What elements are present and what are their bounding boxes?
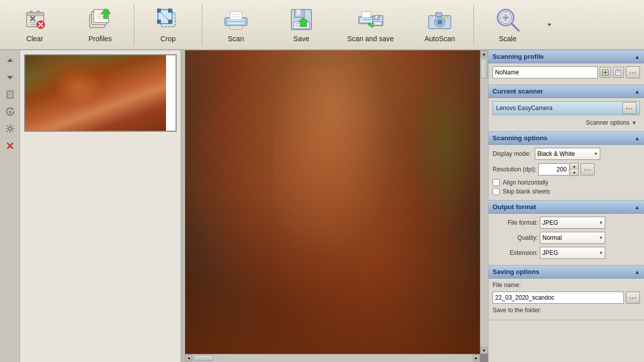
align-horizontally-label[interactable]: Align horizontally	[503, 179, 548, 186]
display-mode-select[interactable]: Black & White Color Grayscale	[535, 148, 600, 160]
scroll-thumb-v[interactable]	[481, 58, 488, 78]
saving-options-section: Saving options ▲ File name: ··· Save to …	[489, 265, 644, 320]
main-preview-image	[185, 50, 480, 354]
file-name-input-row: ···	[493, 292, 640, 304]
extension-label: Extension:	[493, 249, 538, 256]
quality-select[interactable]: Normal High Low Maximum	[540, 232, 605, 244]
align-horizontally-checkbox[interactable]	[493, 179, 500, 186]
resolution-more-button[interactable]: ···	[581, 163, 595, 175]
panel-splitter[interactable]	[181, 50, 185, 362]
scanning-options-title: Scanning options	[493, 134, 547, 142]
scan-icon	[223, 7, 249, 33]
scroll-down-arrow[interactable]: ▼	[480, 347, 488, 354]
preview-area: ▲ ▼ ◄ ►	[185, 50, 488, 362]
saving-options-title: Saving options	[493, 268, 539, 276]
extension-row: Extension: JPEG JPG PNG TIFF	[493, 247, 640, 259]
svg-rect-22	[230, 12, 242, 20]
save-button[interactable]: Save	[269, 1, 334, 49]
scroll-down-button[interactable]	[2, 69, 18, 85]
svg-rect-19	[168, 20, 172, 24]
delete-button[interactable]	[2, 138, 18, 154]
scroll-right-arrow[interactable]: ►	[473, 354, 480, 361]
scroll-up-arrow[interactable]: ▲	[480, 50, 488, 57]
scroll-up-button[interactable]	[2, 52, 18, 68]
output-format-collapse[interactable]: ▲	[634, 204, 640, 210]
crop-button[interactable]: Crop	[135, 1, 201, 49]
scanning-profile-collapse[interactable]: ▲	[634, 54, 640, 60]
clear-button-label: Clear	[26, 35, 43, 43]
scroll-thumb-h[interactable]	[193, 355, 213, 361]
file-format-select[interactable]: JPEG PNG TIFF PDF BMP	[540, 217, 605, 229]
svg-rect-60	[617, 69, 620, 71]
scanning-profile-body: NoName ···	[489, 63, 644, 84]
resolution-spinner: ▲ ▼	[570, 163, 579, 176]
profile-save-button[interactable]	[613, 67, 624, 78]
scan-save-icon	[358, 7, 384, 33]
preview-horizontal-scrollbar[interactable]: ◄ ►	[185, 354, 480, 362]
scan-button[interactable]: Scan	[203, 1, 269, 49]
display-mode-wrapper: Black & White Color Grayscale	[535, 148, 600, 160]
scanner-name-row: Lenovo EasyCamera ···	[493, 101, 640, 115]
file-name-input[interactable]	[493, 292, 624, 304]
svg-rect-2	[37, 11, 40, 13]
svg-rect-3	[27, 13, 44, 16]
scale-dropdown-arrow[interactable]	[540, 1, 558, 49]
file-format-row: File format: JPEG PNG TIFF PDF BMP	[493, 217, 640, 229]
scale-button[interactable]: Scale	[475, 1, 540, 49]
right-panel: Scanning profile ▲ NoName ··· Cu	[488, 50, 644, 362]
display-mode-row: Display mode: Black & White Color Graysc…	[493, 148, 640, 160]
extension-wrapper: JPEG JPG PNG TIFF	[540, 247, 605, 259]
file-name-more-button[interactable]: ···	[626, 292, 640, 304]
resolution-label: Resolution (dpi):	[493, 166, 536, 173]
resolution-decrement[interactable]: ▼	[570, 169, 578, 175]
preview-vertical-scrollbar[interactable]: ▲ ▼	[480, 50, 488, 354]
quality-label: Quality:	[493, 234, 538, 241]
page-view-button[interactable]	[2, 86, 18, 103]
display-mode-label: Display mode:	[493, 150, 533, 157]
autoscan-button[interactable]: AutoScan	[407, 1, 472, 49]
profile-name-input[interactable]: NoName	[493, 66, 598, 78]
save-folder-row: Save to the folder:	[493, 307, 640, 314]
resolution-input[interactable]	[538, 163, 569, 175]
output-format-section: Output format ▲ File format: JPEG PNG TI…	[489, 201, 644, 265]
align-horizontally-row: Align horizontally	[493, 179, 640, 186]
settings-button[interactable]	[2, 121, 18, 137]
scanning-options-header: Scanning options ▲	[489, 132, 644, 145]
scanner-options-collapse-arrow: ▼	[631, 120, 637, 126]
svg-rect-26	[230, 26, 242, 30]
svg-rect-29	[296, 10, 300, 16]
saving-options-collapse[interactable]: ▲	[634, 269, 640, 275]
toolbar: Clear Profiles	[0, 0, 644, 50]
scale-button-label: Scale	[499, 35, 516, 43]
file-format-label: File format:	[493, 219, 538, 226]
skip-blank-label[interactable]: Skip blank sheets	[503, 188, 550, 195]
toolbar-divider-1	[134, 5, 134, 45]
save-folder-label: Save to the folder:	[493, 307, 541, 314]
thumbnail-image	[25, 55, 166, 131]
toolbar-divider-3	[473, 5, 474, 45]
scanner-options-row[interactable]: Scanner options ▼	[493, 117, 640, 128]
scroll-left-arrow[interactable]: ◄	[185, 354, 192, 361]
rotate-button[interactable]	[2, 104, 18, 120]
svg-rect-61	[616, 73, 620, 75]
output-format-header: Output format ▲	[489, 201, 644, 214]
scanning-profile-header: Scanning profile ▲	[489, 50, 644, 63]
profiles-button[interactable]: Profiles	[67, 1, 133, 49]
extension-select[interactable]: JPEG JPG PNG TIFF	[540, 247, 605, 259]
clear-button[interactable]: Clear	[2, 1, 67, 49]
current-scanner-section: Current scanner ▲ Lenovo EasyCamera ··· …	[489, 85, 644, 132]
left-panel	[0, 50, 20, 362]
scan-and-save-button[interactable]: Scan and save	[334, 1, 407, 49]
profile-more-button[interactable]: ···	[626, 66, 640, 78]
skip-blank-checkbox[interactable]	[493, 188, 500, 195]
profile-new-button[interactable]	[600, 67, 611, 78]
scanning-options-collapse[interactable]: ▲	[634, 135, 640, 141]
scanning-options-body: Display mode: Black & White Color Graysc…	[489, 145, 644, 200]
resolution-increment[interactable]: ▲	[570, 163, 578, 169]
profiles-icon	[87, 7, 113, 33]
profiles-button-label: Profiles	[89, 35, 112, 43]
thumbnail-item[interactable]	[24, 54, 177, 132]
scanner-more-button[interactable]: ···	[622, 102, 636, 114]
current-scanner-collapse[interactable]: ▲	[634, 88, 640, 95]
svg-line-50	[512, 24, 519, 31]
